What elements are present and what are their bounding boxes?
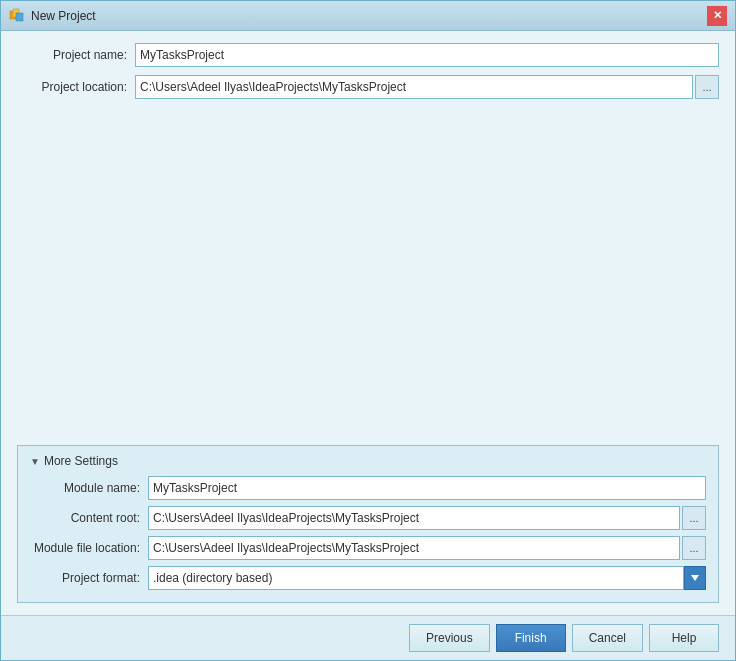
more-settings-rows: Module name: Content root: ... Module fi… — [30, 476, 706, 590]
dialog-title: New Project — [31, 9, 96, 23]
svg-rect-2 — [16, 13, 23, 21]
cancel-button[interactable]: Cancel — [572, 624, 643, 652]
project-location-browse-button[interactable]: ... — [695, 75, 719, 99]
new-project-dialog: New Project ✕ Project name: Project loca… — [0, 0, 736, 661]
project-format-select[interactable]: .idea (directory based) .ipr (file based… — [148, 566, 684, 590]
more-settings-section: ▼ More Settings Module name: Content roo… — [17, 445, 719, 603]
project-location-row: Project location: ... — [17, 75, 719, 99]
module-name-label: Module name: — [30, 481, 140, 495]
project-location-label: Project location: — [17, 80, 127, 94]
more-settings-chevron-icon: ▼ — [30, 456, 40, 467]
svg-marker-3 — [691, 575, 699, 581]
content-root-input[interactable] — [148, 506, 680, 530]
project-location-field-group: ... — [135, 75, 719, 99]
previous-button[interactable]: Previous — [409, 624, 490, 652]
module-file-location-label: Module file location: — [30, 541, 140, 555]
module-file-input[interactable] — [148, 536, 680, 560]
project-name-row: Project name: — [17, 43, 719, 67]
title-bar-left: New Project — [9, 8, 96, 24]
dialog-content: Project name: Project location: ... ▼ Mo… — [1, 31, 735, 615]
module-file-location-row: Module file location: ... — [30, 536, 706, 560]
title-bar: New Project ✕ — [1, 1, 735, 31]
content-root-label: Content root: — [30, 511, 140, 525]
content-root-browse-button[interactable]: ... — [682, 506, 706, 530]
project-name-label: Project name: — [17, 48, 127, 62]
app-icon — [9, 8, 25, 24]
module-file-field-group: ... — [148, 536, 706, 560]
module-name-row: Module name: — [30, 476, 706, 500]
spacer — [17, 107, 719, 437]
more-settings-title: More Settings — [44, 454, 118, 468]
module-name-input[interactable] — [148, 476, 706, 500]
project-location-input[interactable] — [135, 75, 693, 99]
finish-button[interactable]: Finish — [496, 624, 566, 652]
content-root-field-group: ... — [148, 506, 706, 530]
project-name-input[interactable] — [135, 43, 719, 67]
project-format-select-group: .idea (directory based) .ipr (file based… — [148, 566, 706, 590]
content-root-row: Content root: ... — [30, 506, 706, 530]
project-format-label: Project format: — [30, 571, 140, 585]
module-file-browse-button[interactable]: ... — [682, 536, 706, 560]
dialog-footer: Previous Finish Cancel Help — [1, 615, 735, 660]
project-format-dropdown-arrow[interactable] — [684, 566, 706, 590]
close-button[interactable]: ✕ — [707, 6, 727, 26]
more-settings-header[interactable]: ▼ More Settings — [30, 454, 706, 468]
project-format-row: Project format: .idea (directory based) … — [30, 566, 706, 590]
help-button[interactable]: Help — [649, 624, 719, 652]
